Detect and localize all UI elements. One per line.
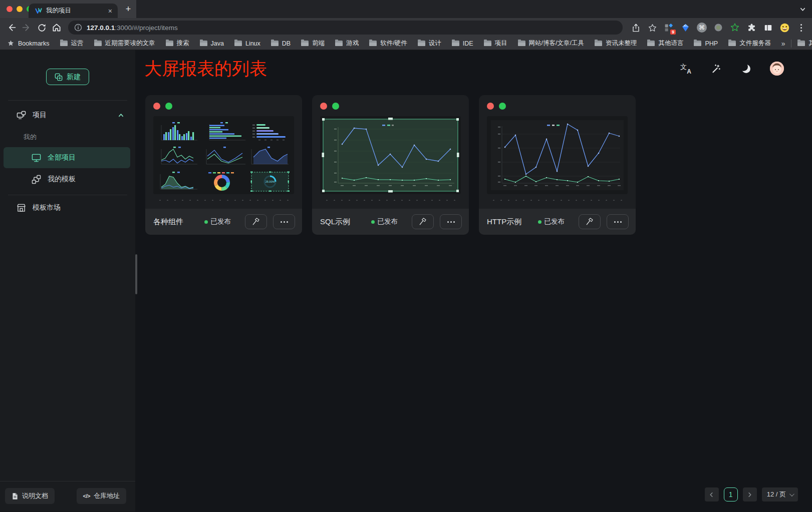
prev-page-button[interactable] bbox=[705, 487, 719, 501]
new-tab-button[interactable]: + bbox=[122, 3, 135, 16]
bookmark-folder-item[interactable]: 运营 bbox=[60, 39, 84, 48]
extension-star-icon[interactable] bbox=[729, 22, 741, 34]
sidebar-item-all-projects[interactable]: 全部项目 bbox=[4, 147, 130, 168]
extension-gem-icon[interactable] bbox=[679, 22, 691, 34]
bookmark-folder-item[interactable]: 软件/硬件 bbox=[369, 39, 407, 48]
home-button[interactable] bbox=[49, 20, 64, 35]
folder-icon bbox=[797, 41, 805, 46]
tab-strip: 我的项目 × + bbox=[0, 0, 812, 18]
monitor-icon bbox=[32, 153, 41, 163]
main-content: 大屏报表的列表 文 A bbox=[135, 50, 812, 511]
bookmark-folder-item[interactable]: 设计 bbox=[418, 39, 441, 48]
bookmark-folder-item[interactable]: Linux bbox=[234, 40, 260, 47]
folder-icon bbox=[301, 41, 309, 46]
bookmark-folder-item[interactable]: IDE bbox=[452, 40, 473, 47]
macos-minimize-button[interactable] bbox=[17, 6, 23, 12]
red-dot-icon bbox=[487, 103, 494, 110]
status-badge: 已发布 bbox=[204, 217, 231, 226]
side-panel-icon[interactable] bbox=[762, 22, 774, 34]
project-card[interactable]: SQL示例 已发布 bbox=[312, 95, 469, 235]
sidebar-item-template-market[interactable]: 模板市场 bbox=[0, 196, 135, 219]
scrollbar-thumb[interactable] bbox=[135, 254, 137, 294]
bookmark-folder-item[interactable]: 项目 bbox=[484, 39, 507, 48]
sidebar-my-label: 我的 bbox=[0, 128, 135, 147]
red-dot-icon bbox=[153, 103, 160, 110]
bookmark-folder-item[interactable]: 其他语言 bbox=[647, 39, 683, 48]
chevron-up-icon[interactable] bbox=[118, 112, 124, 119]
extension-grid-icon[interactable]: 9 bbox=[663, 22, 675, 34]
folder-icon bbox=[452, 41, 459, 46]
tab-close-icon[interactable]: × bbox=[107, 8, 114, 15]
thumbnail-mini-charts: 25.00% bbox=[153, 116, 294, 194]
dark-mode-moon-icon[interactable] bbox=[740, 63, 752, 75]
forward-button[interactable] bbox=[19, 20, 34, 35]
macos-close-button[interactable] bbox=[7, 6, 13, 12]
back-button[interactable] bbox=[4, 20, 19, 35]
hammer-icon bbox=[585, 217, 594, 226]
current-page-button[interactable]: 1 bbox=[724, 487, 738, 501]
page-size-select[interactable]: 12 / 页 bbox=[762, 487, 798, 501]
bookmark-folder-item[interactable]: 前端 bbox=[301, 39, 325, 48]
thumbnail-line-chart-selected bbox=[320, 116, 461, 194]
bookmark-star-icon[interactable] bbox=[646, 22, 658, 34]
folder-icon bbox=[60, 41, 68, 46]
site-info-icon[interactable] bbox=[74, 24, 82, 32]
repo-button[interactable]: </> 仓库地址 bbox=[77, 488, 126, 504]
bookmark-folder-item[interactable]: 游戏 bbox=[335, 39, 359, 48]
translate-icon[interactable]: 文 A bbox=[680, 63, 692, 75]
green-dot-icon bbox=[165, 103, 172, 110]
project-card[interactable]: 25.00% 各种组件 已发布 bbox=[145, 95, 302, 235]
status-badge: 已发布 bbox=[371, 217, 398, 226]
folder-icon bbox=[728, 41, 736, 46]
share-icon[interactable] bbox=[630, 22, 642, 34]
extensions-puzzle-icon[interactable] bbox=[745, 22, 757, 34]
bookmarks-overflow-chevron[interactable]: » bbox=[781, 40, 785, 48]
bookmark-folder-item[interactable]: 文件服务器 bbox=[728, 39, 771, 48]
bookmarks-manager-item[interactable]: Bookmarks bbox=[7, 40, 50, 47]
extension-command-icon[interactable]: ⌘ bbox=[696, 22, 708, 34]
sidebar-group-project[interactable]: 项目 bbox=[0, 103, 135, 128]
folder-icon bbox=[418, 41, 425, 46]
bookmark-folder-item[interactable]: 近期需要读的文章 bbox=[94, 39, 155, 48]
project-thumbnail bbox=[320, 116, 461, 194]
card-footer: SQL示例 已发布 bbox=[312, 209, 469, 235]
address-bar[interactable]: 127.0.0.1:3000/#/project/items bbox=[68, 21, 623, 35]
extension-record-icon[interactable] bbox=[712, 22, 724, 34]
bookmark-folder-item[interactable]: 网站/博客/文章/工具 bbox=[518, 39, 584, 48]
edit-button[interactable] bbox=[579, 214, 601, 229]
more-button[interactable] bbox=[440, 214, 462, 229]
project-name: HTTP示例 bbox=[487, 217, 538, 227]
more-button[interactable] bbox=[273, 214, 295, 229]
other-bookmarks-item[interactable]: 其他书签 bbox=[797, 39, 812, 48]
url-path: :3000/#/project/items bbox=[115, 24, 177, 32]
profile-avatar-emoji[interactable] bbox=[778, 22, 790, 34]
tab-search-chevron-icon[interactable] bbox=[799, 6, 806, 15]
user-avatar[interactable] bbox=[770, 62, 784, 76]
status-dot-icon bbox=[204, 220, 208, 224]
sidebar-item-label: 模板市场 bbox=[33, 203, 61, 212]
bookmark-folder-item[interactable]: 搜索 bbox=[166, 39, 189, 48]
magic-wand-icon[interactable] bbox=[710, 63, 722, 75]
thumbnail-line-chart bbox=[487, 116, 628, 194]
sidebar-item-my-templates[interactable]: 我的模板 bbox=[4, 169, 130, 190]
reload-button[interactable] bbox=[34, 20, 49, 35]
next-page-button[interactable] bbox=[743, 487, 757, 501]
bookmark-folder-item[interactable]: 资讯未整理 bbox=[595, 39, 637, 48]
page-size-label: 12 / 页 bbox=[767, 490, 786, 499]
edit-button[interactable] bbox=[245, 214, 267, 229]
folder-icon bbox=[694, 41, 701, 46]
template-blocks-icon bbox=[32, 175, 41, 184]
new-project-button[interactable]: 新建 bbox=[46, 69, 89, 85]
status-label: 已发布 bbox=[378, 217, 398, 226]
edit-button[interactable] bbox=[412, 214, 434, 229]
sidebar-item-label: 全部项目 bbox=[48, 153, 76, 162]
browser-tab[interactable]: 我的项目 × bbox=[29, 4, 118, 18]
project-card[interactable]: HTTP示例 已发布 bbox=[479, 95, 636, 235]
bookmark-folder-item[interactable]: Java bbox=[200, 40, 224, 47]
more-button[interactable] bbox=[607, 214, 629, 229]
browser-menu-icon[interactable] bbox=[795, 22, 807, 34]
card-traffic-dots bbox=[153, 102, 294, 110]
docs-button[interactable]: 说明文档 bbox=[5, 488, 55, 504]
bookmark-folder-item[interactable]: PHP bbox=[694, 40, 718, 47]
bookmark-folder-item[interactable]: DB bbox=[271, 40, 291, 47]
